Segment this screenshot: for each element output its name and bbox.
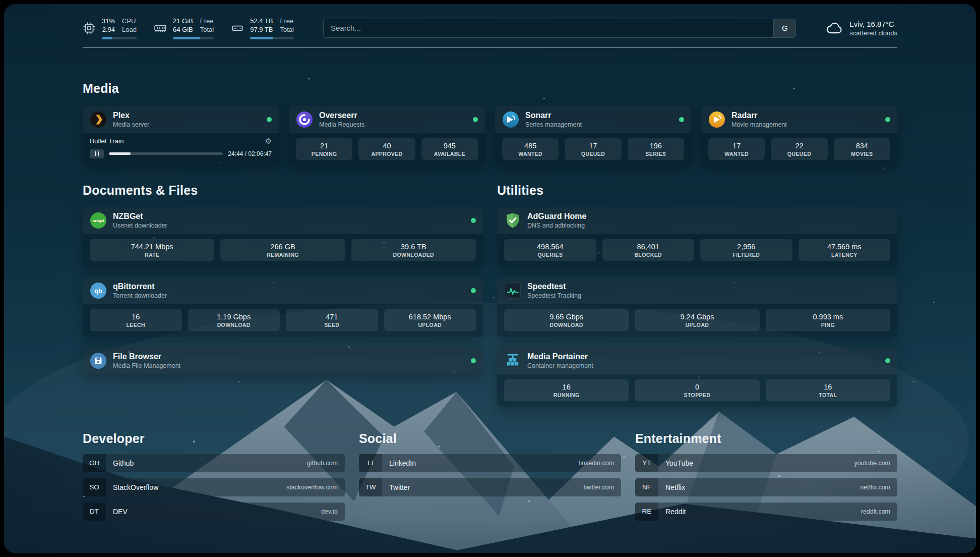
- disk-label-top: Free: [280, 17, 293, 25]
- service-name: Speedtest: [527, 282, 581, 291]
- cpu-icon: [83, 22, 96, 35]
- status-dot: [473, 117, 478, 122]
- service-radarr-link[interactable]: Radarr Movie management: [701, 106, 897, 133]
- plex-icon: [90, 111, 107, 128]
- service-adguard-link[interactable]: AdGuard Home DNS and adblocking: [497, 207, 897, 234]
- media-grid: Plex Media server Bullet Train ⚙: [83, 106, 897, 166]
- stat-stopped: 0 STOPPED: [635, 379, 759, 401]
- service-qbittorrent-link[interactable]: qb qBittorrent Torrent downloader: [83, 277, 483, 304]
- search-input[interactable]: [324, 19, 773, 37]
- bookmark-name: DEV: [113, 508, 128, 516]
- service-name: qBittorrent: [113, 282, 167, 291]
- pause-button[interactable]: [90, 149, 104, 158]
- stat-queries: 498,564 QUERIES: [504, 239, 596, 261]
- bookmark-netflix[interactable]: NF Netflix netflix.com: [635, 478, 897, 496]
- status-dot: [679, 117, 684, 122]
- speedtest-icon: [504, 282, 521, 299]
- playback-time: 24:44 / 02:06:47: [228, 150, 272, 157]
- stat-label: LATENCY: [802, 252, 888, 258]
- stat-value: 196: [631, 142, 681, 150]
- bookmark-youtube[interactable]: YT YouTube youtube.com: [635, 454, 897, 472]
- stat-value: 266 GB: [223, 243, 342, 251]
- service-overseerr-link[interactable]: Overseerr Media Requests: [289, 106, 485, 133]
- stat-label: RUNNING: [507, 392, 626, 398]
- service-speedtest-link[interactable]: Speedtest Speedtest Tracking: [497, 277, 897, 304]
- service-card-qbittorrent: qb qBittorrent Torrent downloader 16: [83, 277, 483, 337]
- bookmark-dev[interactable]: DT DEV dev.to: [83, 503, 345, 521]
- utilities-column: Utilities AdGuard Ho: [497, 183, 897, 407]
- stat-value: 498,564: [507, 243, 593, 251]
- bookmark-abbr: TW: [359, 478, 382, 496]
- bookmark-linkedin[interactable]: LI LinkedIn linkedin.com: [359, 454, 621, 472]
- stat-label: RATE: [93, 252, 211, 258]
- stat-leech: 16 LEECH: [90, 309, 182, 331]
- topbar-divider: [83, 47, 897, 48]
- service-card-filebrowser: File Browser Media File Management: [83, 347, 483, 374]
- stat-value: 39.6 TB: [354, 243, 473, 251]
- disk-widget: 52.4 TB 97.9 TB Free Total: [231, 17, 294, 39]
- playback-progress-bar: [109, 152, 223, 155]
- status-dot: [885, 358, 890, 363]
- service-description: Media Requests: [319, 121, 364, 128]
- disk-free: 52.4 TB: [250, 17, 273, 25]
- section-title-developer: Developer: [83, 431, 345, 446]
- nzbget-icon: nzbget: [90, 212, 107, 229]
- stat-label: STOPPED: [638, 392, 756, 398]
- stat-label: LEECH: [93, 322, 179, 328]
- bookmark-twitter[interactable]: TW Twitter twitter.com: [359, 478, 621, 496]
- cpu-percent: 31%: [102, 17, 115, 25]
- service-name: File Browser: [113, 352, 180, 361]
- service-name: Sonarr: [525, 111, 582, 120]
- service-nzbget-link[interactable]: nzbget NZBGet Usenet downloader: [83, 207, 483, 234]
- stat-value: 9.65 Gbps: [507, 313, 626, 321]
- memory-label-top: Free: [200, 17, 214, 25]
- service-plex-link[interactable]: Plex Media server: [83, 106, 279, 133]
- bookmark-stackoverflow[interactable]: SO StackOverflow stackoverflow.com: [83, 478, 345, 496]
- stat-downloaded: 39.6 TB DOWNLOADED: [351, 239, 476, 261]
- stat-blocked: 86,401 BLOCKED: [602, 239, 695, 261]
- service-card-adguard: AdGuard Home DNS and adblocking 498,564 …: [497, 207, 897, 267]
- service-sonarr-link[interactable]: Sonarr Series management: [495, 106, 691, 133]
- stat-label: FILTERED: [703, 252, 789, 258]
- disk-usage-bar: [250, 37, 294, 39]
- stat-value: 22: [774, 142, 824, 150]
- stat-download: 9.65 Gbps DOWNLOAD: [504, 309, 629, 331]
- stat-available: 945 AVAILABLE: [421, 138, 478, 160]
- service-filebrowser-link[interactable]: File Browser Media File Management: [83, 347, 483, 374]
- weather-widget[interactable]: Lviv, 16.87°C scattered clouds: [825, 19, 897, 37]
- service-description: Media File Management: [113, 362, 180, 369]
- search-provider-button[interactable]: G: [773, 19, 795, 37]
- disk-total: 97.9 TB: [250, 26, 273, 34]
- now-playing-title: Bullet Train: [90, 137, 124, 145]
- bookmark-github[interactable]: GH Github github.com: [83, 454, 345, 472]
- service-description: Media server: [113, 121, 149, 128]
- stat-value: 47.569 ms: [802, 243, 888, 251]
- stat-value: 471: [289, 313, 375, 321]
- stat-queued: 22 QUEUED: [771, 138, 827, 160]
- stat-running: 16 RUNNING: [504, 379, 629, 401]
- bookmark-reddit[interactable]: RE Reddit reddit.com: [635, 503, 897, 521]
- stat-label: REMAINING: [223, 252, 342, 258]
- bookmark-name: Github: [113, 459, 134, 467]
- service-name: AdGuard Home: [527, 212, 586, 221]
- bookmark-group-entertainment: Entertainment YT YouTube youtube.com NF …: [635, 431, 897, 521]
- bookmark-abbr: SO: [83, 478, 106, 496]
- stat-latency: 47.569 ms LATENCY: [799, 239, 891, 261]
- bookmark-url: twitter.com: [584, 484, 614, 491]
- service-name: Media Portainer: [527, 352, 593, 361]
- service-portainer-link[interactable]: Media Portainer Container management: [497, 347, 897, 374]
- service-card-sonarr: Sonarr Series management 485 WANTED 17 Q…: [495, 106, 691, 166]
- section-title-utilities: Utilities: [497, 183, 897, 198]
- service-card-speedtest: Speedtest Speedtest Tracking 9.65 Gbps D…: [497, 277, 897, 337]
- stat-queued: 17 QUEUED: [565, 138, 621, 160]
- service-name: Overseerr: [319, 111, 364, 120]
- memory-free: 21 GiB: [173, 17, 193, 25]
- gear-icon[interactable]: ⚙: [265, 137, 272, 145]
- portainer-icon: [504, 352, 521, 369]
- service-card-plex: Plex Media server Bullet Train ⚙: [83, 106, 279, 165]
- bookmark-name: Reddit: [665, 508, 686, 516]
- status-dot: [471, 358, 476, 363]
- stat-upload: 618.52 Mbps UPLOAD: [384, 309, 476, 331]
- stat-total: 16 TOTAL: [766, 379, 890, 401]
- bookmark-abbr: YT: [635, 454, 658, 472]
